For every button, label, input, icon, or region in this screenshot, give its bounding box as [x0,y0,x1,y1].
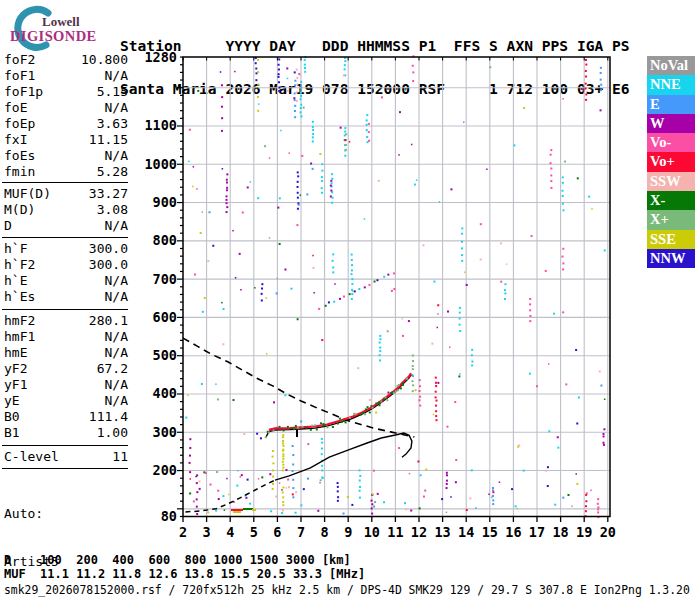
y-axis-label: 1280 [144,49,177,65]
x-axis-label: 3 [203,524,211,540]
x-axis-label: 4 [226,524,234,540]
legend-label: Vo+ [650,153,675,169]
x-axis-label: 18 [552,524,568,540]
x-axis-label: 9 [344,524,352,540]
y-axis-label: 300 [153,424,177,440]
plot-gridlines [183,57,610,517]
legend-item-nnw: NNW [647,249,695,268]
x-axis-label: 11 [387,524,403,540]
axis-labels: 1280110010009008007006005004003002008023… [144,49,615,540]
x-axis-label: 5 [250,524,258,540]
legend-label: Vo- [650,134,671,150]
legend-label: E [650,96,660,112]
x-axis-label: 19 [576,524,592,540]
trace-curves [183,338,414,512]
x-axis-label: 8 [321,524,329,540]
legend-item-ssw: SSW [647,172,695,191]
ionogram-plot: 1280110010009008007006005004003002008023… [0,0,700,600]
muf-transmission-curve [183,338,414,437]
file-info-footer: smk29_2026078152000.rsf / 720fx512h 25 k… [4,583,690,597]
legend-item-nne: NNE [647,75,695,94]
y-axis-label: 400 [153,385,177,401]
y-axis-label: 800 [153,232,177,248]
legend-item-vo-plus: Vo+ [647,152,695,171]
x-axis-label: 16 [505,524,521,540]
legend-item-vo-minus: Vo- [647,133,695,152]
rfi-strips [189,55,606,518]
legend-item-x-plus: X+ [647,210,695,229]
y-axis-label: 80 [161,508,177,524]
f2-trace-doppler-overlay [269,373,411,430]
legend-item-e: E [647,95,695,114]
legend-label: NNW [650,250,685,266]
legend-label: X+ [650,211,669,227]
x-axis-label: 20 [600,524,616,540]
y-axis-label: 1100 [144,117,177,133]
legend-item-w: W [647,114,695,133]
y-axis-label: 900 [153,194,177,210]
y-axis-label: 1000 [144,156,177,172]
x-axis-label: 12 [411,524,427,540]
x-axis-label: 2 [179,524,187,540]
legend-label: NoVal [650,57,688,73]
oblique-echo-trace [318,272,395,310]
legend-label: NNE [650,76,681,92]
x-axis-label: 6 [273,524,281,540]
legend-label: X- [650,192,665,208]
legend-item-noval: NoVal [647,56,695,75]
x-axis-label: 10 [364,524,380,540]
x-axis-label: 7 [297,524,305,540]
true-height-profile [275,433,412,480]
y-axis-label: 500 [153,347,177,363]
x-axis-label: 17 [529,524,545,540]
x-axis-label: 14 [458,524,474,540]
x-axis-label: 15 [482,524,498,540]
legend-label: SSE [650,231,676,247]
doppler-direction-legend: NoVal NNE E W Vo- Vo+ SSW X- X+ SSE NNW [647,56,695,268]
legend-label: SSW [650,173,681,189]
y-axis-label: 700 [153,271,177,287]
muf-row: MUF 11.1 11.2 11.8 12.6 13.8 15.5 20.5 3… [4,567,365,581]
distance-row: D 100 200 400 600 800 1000 1500 3000 [km… [4,553,351,567]
y-axis-label: 200 [153,462,177,478]
ionogram-app: Lowell DIGISONDE Station YYYY DAY DDD HH… [0,0,700,600]
x-axis-label: 13 [434,524,450,540]
legend-item-sse: SSE [647,230,695,249]
y-axis-label: 600 [153,309,177,325]
legend-label: W [650,115,665,131]
legend-item-x-minus: X- [647,191,695,210]
